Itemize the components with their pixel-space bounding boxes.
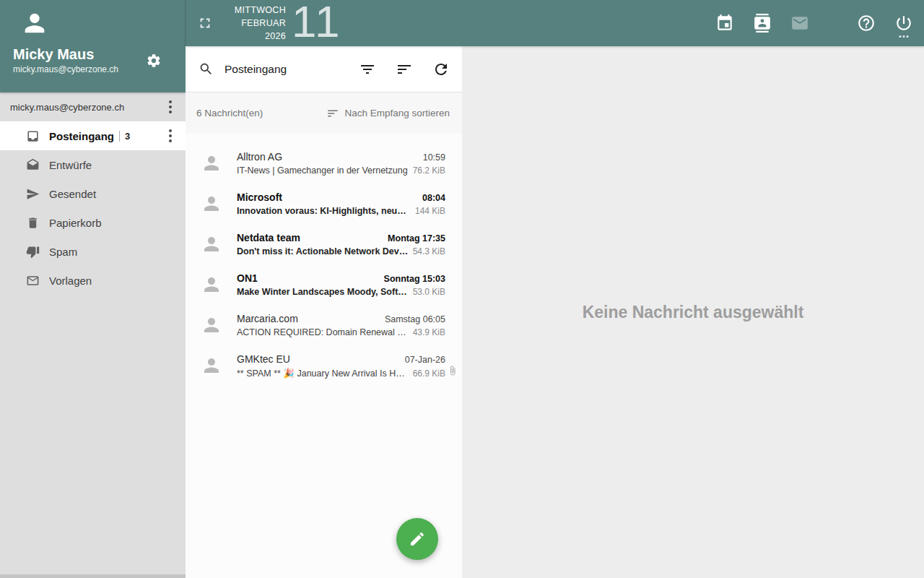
fullscreen-icon[interactable] <box>197 15 213 31</box>
message-subject: Don't miss it: Actionable Network Device… <box>237 246 409 256</box>
message-date: 07-Jan-26 <box>405 355 445 365</box>
sidebar-item-vorlagen[interactable]: Vorlagen <box>0 266 186 295</box>
message-size: 76.2 KiB <box>413 165 445 176</box>
thumb-down-icon <box>26 245 40 259</box>
sort-order-icon <box>326 107 339 120</box>
sort-order-button[interactable]: Nach Empfang sortieren <box>326 107 450 120</box>
date-day: 11 <box>292 0 341 47</box>
send-icon <box>26 187 40 201</box>
account-menu-icon[interactable] <box>164 100 177 113</box>
message-subject: ** SPAM ** 🎉 January New Arrival Is Here… <box>237 368 409 379</box>
refresh-icon[interactable] <box>432 61 450 78</box>
message-count: 6 Nachricht(en) <box>196 108 326 118</box>
avatar-icon <box>201 193 222 215</box>
message-subject: Innovation voraus: KI-Highlights, neue P… <box>237 206 411 216</box>
filter-icon[interactable] <box>359 61 376 78</box>
topbar: MITTWOCH FEBRUAR 2026 11 <box>186 0 924 46</box>
avatar-icon <box>201 274 222 296</box>
folder-count-divider <box>119 131 120 142</box>
help-icon[interactable] <box>857 14 876 33</box>
search-bar <box>186 46 462 92</box>
compose-button[interactable] <box>396 518 438 560</box>
message-row[interactable]: Alltron AG 10:59 IT-News | Gamechanger i… <box>186 143 462 184</box>
message-subject: ACTION REQUIRED: Domain Renewal Notice <box>237 327 409 337</box>
user-name: Micky Maus <box>13 46 94 63</box>
avatar-icon <box>201 152 222 174</box>
sidebar-item-papierkorb[interactable]: Papierkorb <box>0 208 186 237</box>
message-date: Sonntag 15:03 <box>384 274 445 284</box>
message-sender: Microsoft <box>237 191 417 203</box>
user-avatar-icon <box>20 9 49 38</box>
message-row[interactable]: Netdata team Montag 17:35 Don't miss it:… <box>186 224 462 264</box>
message-date: Montag 17:35 <box>388 233 445 243</box>
message-row[interactable]: Marcaria.com Samstag 06:05 ACTION REQUIR… <box>186 305 462 345</box>
message-list-column: 6 Nachricht(en) Nach Empfang sortieren A… <box>186 46 462 578</box>
date-month: FEBRUAR <box>215 17 286 30</box>
sidebar: Micky Maus micky.maus@cyberzone.ch micky… <box>0 0 186 578</box>
message-size: 43.9 KiB <box>413 327 445 337</box>
sidebar-item-gesendet[interactable]: Gesendet <box>0 179 186 208</box>
folder-label: Papierkorb <box>49 217 102 229</box>
message-size: 53.0 KiB <box>413 287 445 297</box>
account-label: micky.maus@cyberzone.ch <box>10 102 164 113</box>
sort-icon[interactable] <box>396 61 413 78</box>
sort-order-label: Nach Empfang sortieren <box>344 108 450 118</box>
envelope-outline-icon <box>26 274 40 288</box>
sidebar-horizontal-scrollbar[interactable] <box>0 574 186 578</box>
message-row[interactable]: GMKtec EU 07-Jan-26 ** SPAM ** 🎉 January… <box>186 345 462 386</box>
message-row[interactable]: Microsoft 08:04 Innovation voraus: KI-Hi… <box>186 184 462 224</box>
sidebar-item-posteingang[interactable]: Posteingang3 <box>0 121 186 150</box>
topbar-module-icons <box>715 0 924 46</box>
avatar-icon <box>201 233 222 255</box>
date-block: MITTWOCH FEBRUAR 2026 <box>215 4 286 43</box>
sidebar-item-entw-rfe[interactable]: Entwürfe <box>0 150 186 179</box>
message-subject: Make Winter Landscapes Moody, Soft, an… <box>237 287 409 297</box>
power-menu-dots <box>899 35 909 38</box>
message-list: Alltron AG 10:59 IT-News | Gamechanger i… <box>186 134 462 386</box>
message-sender: Alltron AG <box>237 151 417 163</box>
account-row[interactable]: micky.maus@cyberzone.ch <box>0 92 186 121</box>
message-size: 66.9 KiB <box>413 368 445 379</box>
mail-icon[interactable] <box>790 14 809 33</box>
inbox-icon <box>26 129 40 143</box>
sidebar-item-spam[interactable]: Spam <box>0 237 186 266</box>
message-size: 54.3 KiB <box>413 246 445 256</box>
user-email: micky.maus@cyberzone.ch <box>13 64 118 74</box>
date-year: 2026 <box>215 30 286 43</box>
sidebar-user-header: Micky Maus micky.maus@cyberzone.ch <box>0 0 186 92</box>
message-row[interactable]: ON1 Sonntag 15:03 Make Winter Landscapes… <box>186 264 462 305</box>
message-sender: GMKtec EU <box>237 353 399 365</box>
folder-label: Gesendet <box>49 188 96 200</box>
folder-label: Posteingang <box>49 130 114 142</box>
contacts-icon[interactable] <box>753 14 772 33</box>
search-icon[interactable] <box>199 61 214 77</box>
calendar-icon[interactable] <box>715 14 734 33</box>
folder-label: Spam <box>49 246 77 258</box>
search-input[interactable] <box>225 63 339 76</box>
date-weekday: MITTWOCH <box>215 4 286 17</box>
message-date: 08:04 <box>422 193 445 203</box>
message-sender: Marcaria.com <box>237 313 379 324</box>
message-date: Samstag 06:05 <box>385 314 445 324</box>
avatar-icon <box>201 314 222 336</box>
avatar-icon <box>201 355 222 376</box>
folder-label: Entwürfe <box>49 159 92 171</box>
drafts-icon <box>26 158 40 172</box>
attachment-icon <box>448 366 458 376</box>
folder-menu-icon[interactable] <box>164 129 177 142</box>
settings-gear-icon[interactable] <box>146 53 162 69</box>
power-icon[interactable] <box>894 14 913 33</box>
pencil-icon <box>409 530 426 548</box>
folder-unread-count: 3 <box>125 131 130 142</box>
message-preview-panel: Keine Nachricht ausgewählt <box>462 46 924 578</box>
message-date: 10:59 <box>423 152 445 163</box>
no-message-selected-text: Keine Nachricht ausgewählt <box>583 303 804 322</box>
message-sender: ON1 <box>237 272 378 284</box>
message-subject: IT-News | Gamechanger in der Vernetzung <box>237 165 409 176</box>
trash-icon <box>26 216 40 230</box>
message-size: 144 KiB <box>415 206 445 216</box>
list-header: 6 Nachricht(en) Nach Empfang sortieren <box>186 92 462 134</box>
folder-list: Posteingang3 Entwürfe Gesendet Papierkor… <box>0 121 186 295</box>
folder-label: Vorlagen <box>49 275 92 287</box>
message-sender: Netdata team <box>237 232 382 243</box>
